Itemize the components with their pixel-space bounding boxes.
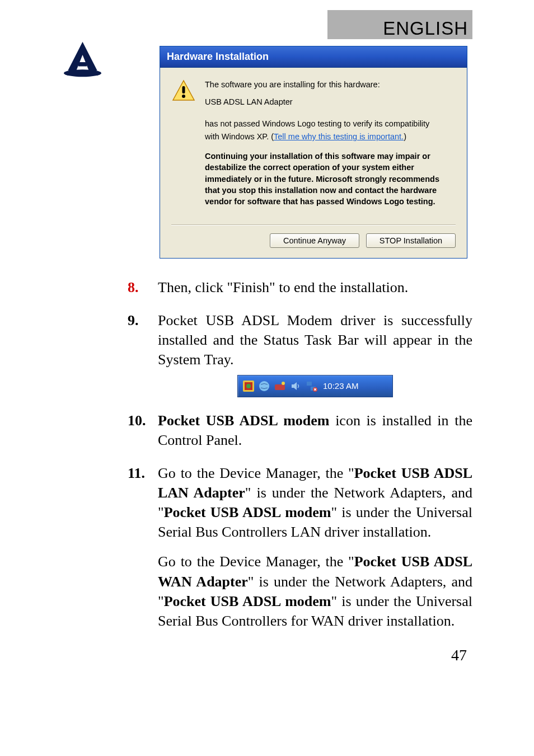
- system-tray: 10:23 AM: [237, 375, 393, 397]
- brand-logo: [62, 39, 104, 78]
- hardware-installation-dialog: Hardware Installation The software you a…: [160, 46, 467, 259]
- svg-rect-1: [78, 62, 87, 66]
- page-number: 47: [62, 646, 467, 664]
- dialog-title: Hardware Installation: [160, 46, 467, 68]
- dialog-warning-bold: Continuing your installation of this sof…: [205, 151, 456, 207]
- step-10-body: Pocket USB ADSL modem icon is installed …: [158, 411, 472, 450]
- tray-volume-icon: [289, 380, 302, 392]
- step-10-number: 10.: [128, 411, 158, 450]
- step-9-text: Pocket USB ADSL Modem driver is successf…: [158, 312, 472, 368]
- stop-installation-button[interactable]: STOP Installation: [366, 233, 456, 248]
- svg-point-6: [246, 384, 251, 388]
- step-11-paragraph-2: Go to the Device Manager, the "Pocket US…: [158, 552, 472, 630]
- svg-rect-2: [182, 86, 185, 93]
- step-8-number: 8.: [128, 278, 158, 297]
- continue-anyway-button[interactable]: Continue Anyway: [270, 233, 359, 248]
- warning-icon: [171, 79, 196, 104]
- step-11-number: 11.: [128, 463, 158, 542]
- tell-me-why-link[interactable]: Tell me why this testing is important.: [274, 132, 404, 141]
- svg-rect-10: [307, 382, 312, 386]
- dialog-intro-text: The software you are installing for this…: [205, 79, 456, 91]
- step-11-body: Go to the Device Manager, the "Pocket US…: [158, 463, 472, 542]
- header-language-bar: ENGLISH: [327, 10, 472, 39]
- step-10-bold: Pocket USB ADSL modem: [158, 412, 329, 429]
- dialog-compat-line2: with Windows XP. (Tell me why this testi…: [205, 131, 456, 143]
- header-language: ENGLISH: [383, 18, 468, 39]
- svg-point-7: [259, 381, 269, 391]
- tray-norton-icon: [242, 380, 255, 392]
- svg-point-3: [182, 95, 185, 98]
- dialog-compat-line1: has not passed Windows Logo testing to v…: [205, 118, 456, 130]
- step-9-number: 9.: [128, 311, 158, 397]
- svg-point-0: [64, 69, 101, 77]
- tray-modem-icon: [274, 380, 286, 392]
- tray-globe-icon: [258, 380, 270, 392]
- svg-point-9: [282, 382, 285, 385]
- svg-rect-8: [275, 384, 285, 390]
- tray-clock: 10:23 AM: [323, 381, 358, 392]
- step-8-text: Then, click "Finish" to end the installa…: [158, 278, 472, 297]
- tray-network-icon: [305, 380, 317, 392]
- dialog-device-name: USB ADSL LAN Adapter: [205, 96, 456, 108]
- step-9-body: Pocket USB ADSL Modem driver is successf…: [158, 311, 472, 397]
